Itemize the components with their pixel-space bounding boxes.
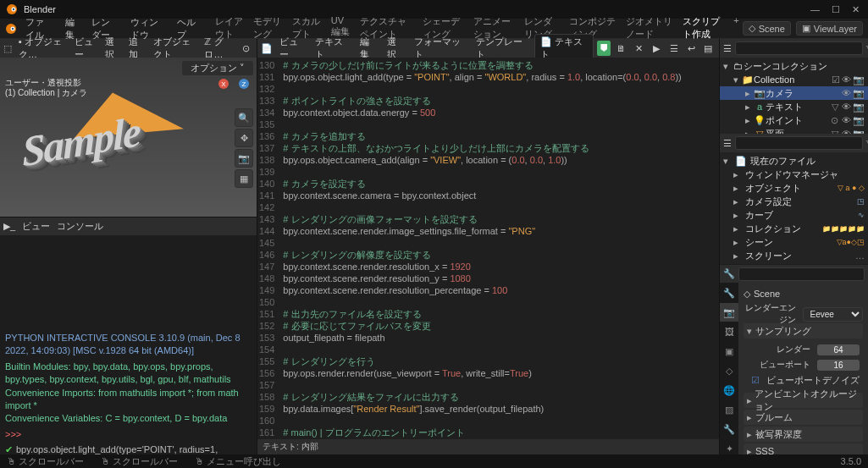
console-conv-vars: Convenience Variables: C = bpy.context, … — [5, 412, 252, 425]
python-console[interactable]: PYTHON INTERACTIVE CONSOLE 3.10.9 (main,… — [0, 235, 257, 454]
outliner-text[interactable]: ▸a テキスト▽ 👁📷 — [720, 100, 868, 113]
camera-icon[interactable]: 📷 — [853, 74, 865, 85]
scene-selector[interactable]: ◇ Scene — [743, 21, 791, 36]
viewport-3d[interactable]: ⬚ ▪ オブジェク… ビュー 選択 追加 オブジェクト ℤ グロ… ⊙ Samp… — [0, 39, 257, 217]
camera-icon[interactable]: 📷 — [853, 102, 865, 113]
pivot-icon[interactable]: ⊙ — [239, 43, 253, 54]
cf-curves[interactable]: ▸カーブ∿ — [723, 208, 865, 222]
file-outliner-header: ☰ ▽ — [720, 134, 868, 152]
shield-icon[interactable]: ⛊ — [597, 41, 611, 56]
vp-overlay-collection: (1) Collection | カメラ — [5, 87, 87, 99]
eye-icon[interactable]: 👁 — [842, 74, 851, 85]
ws-geonodes[interactable]: ジオメトリノード — [626, 15, 674, 42]
camera-icon[interactable]: 📷 — [853, 115, 865, 126]
render-samples-value[interactable]: 64 — [817, 344, 860, 355]
tab-modifier[interactable]: 🔧 — [720, 420, 738, 438]
viewport-samples-value[interactable]: 16 — [817, 360, 860, 371]
eye-icon[interactable]: 👁 — [842, 115, 851, 126]
outliner-header: ☰ ▽ — [720, 39, 868, 58]
panel-sampling[interactable]: ▾サンプリング — [744, 323, 863, 339]
new-text-icon[interactable]: 🗎 — [614, 41, 628, 56]
version-label: 3.5.0 — [841, 456, 861, 466]
viewport-header: ⬚ ▪ オブジェク… ビュー 選択 追加 オブジェクト ℤ グロ… ⊙ — [0, 39, 257, 58]
outliner-editor-icon[interactable]: ☰ — [723, 138, 732, 149]
cf-cameras[interactable]: ▸カメラ設定◳ — [723, 195, 865, 208]
minimize-button[interactable]: — — [810, 4, 820, 15]
viewlayer-name: ViewLayer — [814, 24, 857, 34]
viewlayer-icon: ▣ — [802, 23, 810, 34]
tab-object[interactable]: ▨ — [720, 400, 738, 419]
console-menu-view[interactable]: ビュー — [22, 220, 50, 233]
properties-header: 🔧 — [720, 264, 868, 283]
tab-particle[interactable]: ✦ — [720, 439, 738, 454]
console-builtins: Builtin Modules: bpy, bpy.data, bpy.ops,… — [5, 361, 252, 387]
status-left-1: 🖱 スクロールバー — [7, 455, 84, 468]
ws-scripting[interactable]: スクリプト作成 — [683, 15, 725, 42]
scene-icon: ◇ — [744, 289, 750, 300]
outliner-collection[interactable]: ▾📁 Collection ☑👁📷 — [720, 73, 868, 86]
tab-output[interactable]: 🖼 — [720, 322, 738, 341]
panel-3[interactable]: ▸SSS — [744, 443, 863, 454]
eye-icon[interactable]: 👁 — [842, 102, 851, 113]
render-samples-label: レンダー — [747, 344, 814, 355]
cf-objects[interactable]: ▸オブジェクト▽ a ● ◇ — [723, 181, 865, 195]
unlink-icon[interactable]: ✕ — [632, 41, 646, 56]
text-editor-header: 📄 ビュー テキスト 編集 選択 フォーマット テンプレート 📄 テキスト ⛊ … — [257, 39, 719, 58]
tab-scene[interactable]: ◇ — [720, 361, 738, 380]
panel-2[interactable]: ▸被写界深度 — [744, 427, 863, 442]
console-editor-icon[interactable]: ▶_ — [3, 221, 15, 232]
app-title: Blender — [24, 4, 56, 14]
console-menu-console[interactable]: コンソール — [57, 220, 103, 233]
properties-search[interactable] — [738, 267, 865, 281]
eye-icon[interactable]: 👁 — [842, 88, 851, 99]
current-file-panel: ▾📄現在のファイル ▸ウィンドウマネージャ ▸オブジェクト▽ a ● ◇ ▸カメ… — [720, 152, 868, 264]
render-engine-select[interactable]: Eevee — [803, 307, 864, 322]
zoom-icon[interactable]: 🔍 — [235, 108, 253, 127]
outliner-editor-icon[interactable]: ☰ — [723, 43, 732, 54]
outliner-camera[interactable]: ▸📷 カメラ 👁📷 — [720, 86, 868, 100]
tab-tool[interactable]: 🔧 — [720, 284, 738, 302]
editor-type-icon[interactable]: ⬚ — [3, 43, 12, 54]
text-editor-icon[interactable]: 📄 — [261, 43, 273, 54]
cf-wm[interactable]: ▸ウィンドウマネージャ — [723, 168, 865, 181]
tab-render[interactable]: 📷 — [720, 303, 738, 322]
cf-collections[interactable]: ▸コレクション📁📁📁📁📁 — [723, 222, 865, 235]
console-result-1: ✔bpy.ops.object.light_add(type='POINT', … — [5, 443, 252, 454]
cf-screens[interactable]: ▸スクリーン… — [723, 249, 865, 262]
properties-editor-icon[interactable]: 🔧 — [723, 268, 735, 279]
vp-options-button[interactable]: オプション ˅ — [182, 61, 253, 75]
maximize-button[interactable]: ☐ — [832, 4, 840, 15]
svg-point-2 — [13, 8, 14, 10]
viewlayer-selector[interactable]: ▣ ViewLayer — [796, 21, 863, 36]
syntax-icon[interactable]: ▤ — [700, 41, 716, 56]
exclude-checkbox[interactable]: ☑ — [832, 74, 840, 85]
denoise-label: ビューポートデノイズ — [766, 374, 860, 387]
move-icon[interactable]: ✥ — [235, 129, 253, 147]
outliner-search[interactable] — [735, 41, 863, 55]
run-script-icon[interactable]: ▶ — [649, 41, 663, 56]
camera-icon[interactable]: 📷 — [853, 88, 865, 99]
denoise-checkbox[interactable]: ☑ — [751, 375, 760, 386]
cf-header[interactable]: ▾📄現在のファイル — [723, 154, 865, 168]
status-mid: 🖱 メニュー呼び出し — [195, 455, 281, 468]
blender-icon[interactable] — [5, 23, 17, 35]
line-nums-icon[interactable]: ☰ — [666, 41, 682, 56]
blender-logo-icon — [5, 3, 19, 16]
scene-icon: ◇ — [749, 23, 755, 34]
camera-icon[interactable]: 📷 — [235, 149, 253, 168]
persp-icon[interactable]: ▦ — [235, 169, 253, 188]
outliner-light[interactable]: ▸💡 ポイント⊙ 👁📷 — [720, 113, 868, 127]
console-prompt: >>> — [5, 428, 252, 441]
wrap-icon[interactable]: ↩ — [683, 41, 699, 56]
close-button[interactable]: ✕ — [852, 4, 860, 15]
tab-viewlayer[interactable]: ▣ — [720, 342, 738, 361]
ws-add[interactable]: + — [733, 15, 738, 42]
status-left-2: 🖱 スクロールバー — [101, 455, 178, 468]
outliner-scene-collection[interactable]: ▾🗀 シーンコレクション — [720, 59, 868, 73]
panel-0[interactable]: ▸アンビエントオクルージョン — [744, 393, 863, 408]
file-search[interactable] — [735, 136, 863, 150]
tab-world[interactable]: 🌐 — [720, 381, 738, 399]
code-editor[interactable]: 1301311321331341351361371381391401411421… — [257, 58, 719, 439]
cf-scenes[interactable]: ▸シーン▽a●◇◳ — [723, 235, 865, 249]
outliner-plane[interactable]: ▸▽ 平面▽ 👁📷 — [720, 127, 868, 134]
